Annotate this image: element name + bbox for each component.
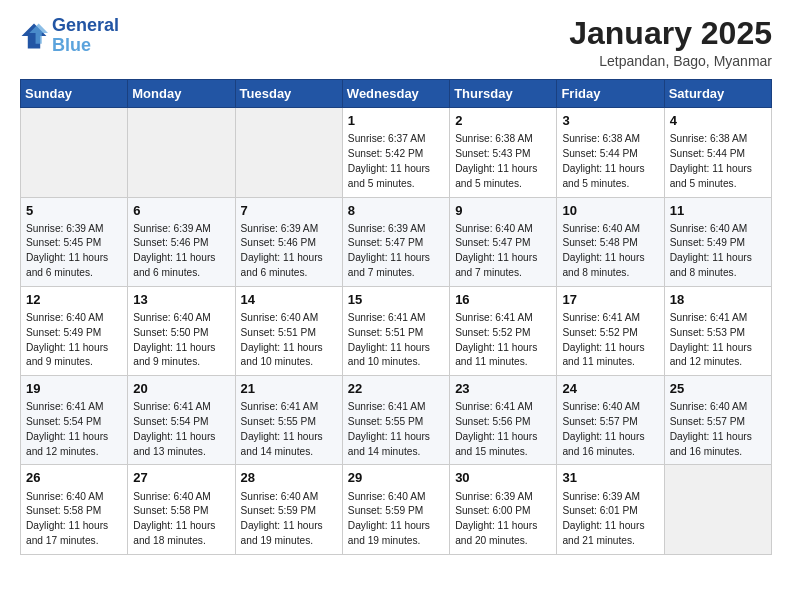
day-number: 18: [670, 291, 766, 309]
location-subtitle: Letpandan, Bago, Myanmar: [569, 53, 772, 69]
logo: General Blue: [20, 16, 119, 56]
calendar-cell: 23Sunrise: 6:41 AMSunset: 5:56 PMDayligh…: [450, 376, 557, 465]
day-info: Sunrise: 6:41 AMSunset: 5:52 PMDaylight:…: [562, 311, 658, 370]
day-info: Sunrise: 6:40 AMSunset: 5:48 PMDaylight:…: [562, 222, 658, 281]
day-number: 20: [133, 380, 229, 398]
day-info: Sunrise: 6:41 AMSunset: 5:56 PMDaylight:…: [455, 400, 551, 459]
day-number: 17: [562, 291, 658, 309]
day-info: Sunrise: 6:39 AMSunset: 6:00 PMDaylight:…: [455, 490, 551, 549]
day-info: Sunrise: 6:40 AMSunset: 5:49 PMDaylight:…: [670, 222, 766, 281]
calendar-cell: [235, 108, 342, 197]
header-monday: Monday: [128, 80, 235, 108]
day-info: Sunrise: 6:41 AMSunset: 5:55 PMDaylight:…: [241, 400, 337, 459]
calendar-week-row: 19Sunrise: 6:41 AMSunset: 5:54 PMDayligh…: [21, 376, 772, 465]
day-info: Sunrise: 6:40 AMSunset: 5:51 PMDaylight:…: [241, 311, 337, 370]
calendar-cell: [21, 108, 128, 197]
header-friday: Friday: [557, 80, 664, 108]
header-thursday: Thursday: [450, 80, 557, 108]
day-number: 31: [562, 469, 658, 487]
header-sunday: Sunday: [21, 80, 128, 108]
calendar-week-row: 5Sunrise: 6:39 AMSunset: 5:45 PMDaylight…: [21, 197, 772, 286]
calendar-cell: 19Sunrise: 6:41 AMSunset: 5:54 PMDayligh…: [21, 376, 128, 465]
day-info: Sunrise: 6:39 AMSunset: 5:47 PMDaylight:…: [348, 222, 444, 281]
day-info: Sunrise: 6:39 AMSunset: 5:46 PMDaylight:…: [133, 222, 229, 281]
day-number: 16: [455, 291, 551, 309]
day-info: Sunrise: 6:41 AMSunset: 5:54 PMDaylight:…: [133, 400, 229, 459]
calendar-cell: 7Sunrise: 6:39 AMSunset: 5:46 PMDaylight…: [235, 197, 342, 286]
day-info: Sunrise: 6:41 AMSunset: 5:53 PMDaylight:…: [670, 311, 766, 370]
logo-icon: [20, 22, 48, 50]
day-info: Sunrise: 6:41 AMSunset: 5:55 PMDaylight:…: [348, 400, 444, 459]
calendar-cell: 30Sunrise: 6:39 AMSunset: 6:00 PMDayligh…: [450, 465, 557, 554]
day-number: 27: [133, 469, 229, 487]
day-number: 19: [26, 380, 122, 398]
calendar-cell: 21Sunrise: 6:41 AMSunset: 5:55 PMDayligh…: [235, 376, 342, 465]
day-number: 14: [241, 291, 337, 309]
day-info: Sunrise: 6:40 AMSunset: 5:59 PMDaylight:…: [241, 490, 337, 549]
day-number: 30: [455, 469, 551, 487]
day-number: 22: [348, 380, 444, 398]
calendar-cell: [128, 108, 235, 197]
day-number: 3: [562, 112, 658, 130]
calendar-cell: 10Sunrise: 6:40 AMSunset: 5:48 PMDayligh…: [557, 197, 664, 286]
day-info: Sunrise: 6:40 AMSunset: 5:59 PMDaylight:…: [348, 490, 444, 549]
calendar-cell: 20Sunrise: 6:41 AMSunset: 5:54 PMDayligh…: [128, 376, 235, 465]
day-info: Sunrise: 6:40 AMSunset: 5:50 PMDaylight:…: [133, 311, 229, 370]
logo-general: General: [52, 16, 119, 36]
calendar-cell: [664, 465, 771, 554]
calendar-week-row: 1Sunrise: 6:37 AMSunset: 5:42 PMDaylight…: [21, 108, 772, 197]
calendar-cell: 15Sunrise: 6:41 AMSunset: 5:51 PMDayligh…: [342, 286, 449, 375]
calendar-cell: 8Sunrise: 6:39 AMSunset: 5:47 PMDaylight…: [342, 197, 449, 286]
calendar-cell: 11Sunrise: 6:40 AMSunset: 5:49 PMDayligh…: [664, 197, 771, 286]
calendar-cell: 31Sunrise: 6:39 AMSunset: 6:01 PMDayligh…: [557, 465, 664, 554]
day-info: Sunrise: 6:37 AMSunset: 5:42 PMDaylight:…: [348, 132, 444, 191]
calendar-cell: 2Sunrise: 6:38 AMSunset: 5:43 PMDaylight…: [450, 108, 557, 197]
day-number: 8: [348, 202, 444, 220]
day-number: 7: [241, 202, 337, 220]
calendar-cell: 3Sunrise: 6:38 AMSunset: 5:44 PMDaylight…: [557, 108, 664, 197]
day-number: 11: [670, 202, 766, 220]
calendar-week-row: 12Sunrise: 6:40 AMSunset: 5:49 PMDayligh…: [21, 286, 772, 375]
calendar-cell: 1Sunrise: 6:37 AMSunset: 5:42 PMDaylight…: [342, 108, 449, 197]
day-number: 24: [562, 380, 658, 398]
calendar-cell: 18Sunrise: 6:41 AMSunset: 5:53 PMDayligh…: [664, 286, 771, 375]
day-info: Sunrise: 6:40 AMSunset: 5:49 PMDaylight:…: [26, 311, 122, 370]
day-info: Sunrise: 6:38 AMSunset: 5:44 PMDaylight:…: [562, 132, 658, 191]
calendar-cell: 4Sunrise: 6:38 AMSunset: 5:44 PMDaylight…: [664, 108, 771, 197]
calendar-cell: 22Sunrise: 6:41 AMSunset: 5:55 PMDayligh…: [342, 376, 449, 465]
calendar-cell: 12Sunrise: 6:40 AMSunset: 5:49 PMDayligh…: [21, 286, 128, 375]
calendar-cell: 6Sunrise: 6:39 AMSunset: 5:46 PMDaylight…: [128, 197, 235, 286]
day-info: Sunrise: 6:40 AMSunset: 5:57 PMDaylight:…: [670, 400, 766, 459]
day-number: 23: [455, 380, 551, 398]
day-info: Sunrise: 6:40 AMSunset: 5:58 PMDaylight:…: [26, 490, 122, 549]
calendar-cell: 9Sunrise: 6:40 AMSunset: 5:47 PMDaylight…: [450, 197, 557, 286]
day-info: Sunrise: 6:39 AMSunset: 5:45 PMDaylight:…: [26, 222, 122, 281]
page: General Blue January 2025 Letpandan, Bag…: [0, 0, 792, 612]
day-info: Sunrise: 6:38 AMSunset: 5:44 PMDaylight:…: [670, 132, 766, 191]
header: General Blue January 2025 Letpandan, Bag…: [20, 16, 772, 69]
day-info: Sunrise: 6:40 AMSunset: 5:57 PMDaylight:…: [562, 400, 658, 459]
day-number: 10: [562, 202, 658, 220]
day-number: 1: [348, 112, 444, 130]
day-number: 25: [670, 380, 766, 398]
header-tuesday: Tuesday: [235, 80, 342, 108]
day-number: 21: [241, 380, 337, 398]
logo-blue: Blue: [52, 36, 119, 56]
calendar-cell: 14Sunrise: 6:40 AMSunset: 5:51 PMDayligh…: [235, 286, 342, 375]
day-number: 6: [133, 202, 229, 220]
calendar-cell: 27Sunrise: 6:40 AMSunset: 5:58 PMDayligh…: [128, 465, 235, 554]
day-info: Sunrise: 6:39 AMSunset: 6:01 PMDaylight:…: [562, 490, 658, 549]
day-info: Sunrise: 6:40 AMSunset: 5:58 PMDaylight:…: [133, 490, 229, 549]
day-info: Sunrise: 6:41 AMSunset: 5:52 PMDaylight:…: [455, 311, 551, 370]
calendar-cell: 24Sunrise: 6:40 AMSunset: 5:57 PMDayligh…: [557, 376, 664, 465]
day-number: 5: [26, 202, 122, 220]
day-info: Sunrise: 6:41 AMSunset: 5:51 PMDaylight:…: [348, 311, 444, 370]
calendar-cell: 13Sunrise: 6:40 AMSunset: 5:50 PMDayligh…: [128, 286, 235, 375]
day-number: 12: [26, 291, 122, 309]
day-number: 13: [133, 291, 229, 309]
day-number: 29: [348, 469, 444, 487]
day-number: 26: [26, 469, 122, 487]
day-number: 2: [455, 112, 551, 130]
day-number: 28: [241, 469, 337, 487]
day-number: 9: [455, 202, 551, 220]
